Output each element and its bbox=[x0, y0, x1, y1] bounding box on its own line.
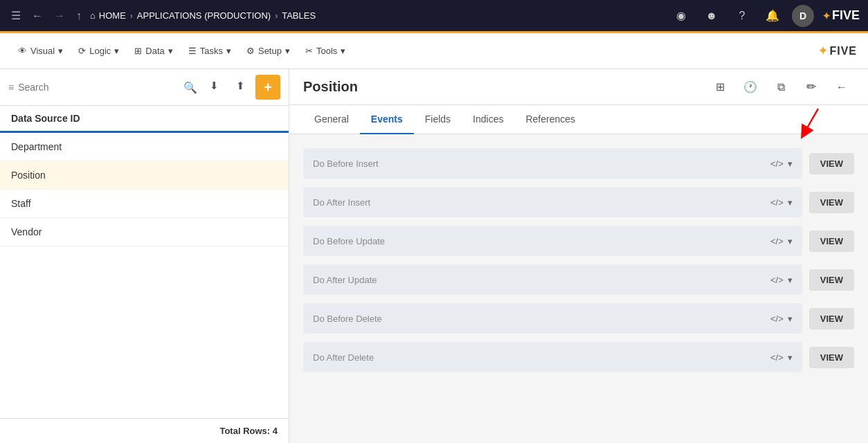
copy-button[interactable]: ⧉ bbox=[768, 75, 793, 100]
top-nav-left: ☰ ← → ↑ ⌂ HOME › APPLICATIONS (PRODUCTIO… bbox=[8, 6, 670, 25]
user-nav-icon[interactable]: ☻ bbox=[700, 5, 723, 27]
setup-menu[interactable]: ⚙ Setup ▾ bbox=[239, 42, 297, 60]
breadcrumb-tables[interactable]: TABLES bbox=[282, 10, 316, 21]
add-button[interactable]: + bbox=[255, 75, 280, 100]
view-button-5[interactable]: VIEW bbox=[809, 347, 854, 368]
code-icon-2[interactable]: </> bbox=[770, 236, 784, 246]
logic-chevron: ▾ bbox=[114, 46, 119, 56]
view-button-2[interactable]: VIEW bbox=[809, 230, 854, 252]
data-menu[interactable]: ⊞ Data ▾ bbox=[127, 42, 179, 60]
setup-chevron: ▾ bbox=[285, 46, 290, 56]
tab-events[interactable]: Events bbox=[360, 105, 414, 134]
event-input-do-after-delete: Do After Delete </> ▾ bbox=[303, 342, 802, 372]
event-row-3: Do After Update </> ▾ VIEW bbox=[303, 264, 854, 295]
code-icon-3[interactable]: </> bbox=[770, 275, 784, 285]
tasks-chevron: ▾ bbox=[226, 46, 231, 56]
five-logo-toolbar: ✦ FIVE bbox=[818, 44, 857, 57]
chevron-icon-3[interactable]: ▾ bbox=[788, 275, 793, 285]
sidebar-item-staff[interactable]: Staff bbox=[0, 190, 289, 218]
page-title: Position bbox=[303, 79, 358, 95]
event-controls-1: </> ▾ bbox=[770, 197, 793, 208]
event-input-do-after-insert: Do After Insert </> ▾ bbox=[303, 187, 802, 217]
view-button-0[interactable]: VIEW bbox=[809, 153, 854, 174]
event-label-3: Do After Update bbox=[313, 275, 377, 285]
chevron-icon-2[interactable]: ▾ bbox=[788, 236, 793, 246]
code-icon-1[interactable]: </> bbox=[770, 197, 784, 208]
grid-icon: ⊞ bbox=[134, 46, 142, 56]
visual-menu[interactable]: 👁 Visual ▾ bbox=[11, 42, 70, 60]
main-toolbar: 👁 Visual ▾ ⟳ Logic ▾ ⊞ Data ▾ ☰ Tasks ▾ … bbox=[0, 33, 868, 69]
tasks-menu[interactable]: ☰ Tasks ▾ bbox=[181, 42, 238, 60]
menu-icon[interactable]: ☰ bbox=[8, 6, 24, 25]
event-controls-3: </> ▾ bbox=[770, 275, 793, 285]
event-row-2: Do Before Update </> ▾ VIEW bbox=[303, 226, 854, 256]
sidebar: ≡ 🔍 ⬇ ⬆ + Data Source ID Department Posi… bbox=[0, 69, 289, 443]
toolbar-group-left: 👁 Visual ▾ ⟳ Logic ▾ ⊞ Data ▾ ☰ Tasks ▾ … bbox=[11, 42, 352, 60]
content-header: Position ⊞ 🕐 ⧉ ✏ ← bbox=[289, 69, 868, 105]
event-input-do-before-update: Do Before Update </> ▾ bbox=[303, 226, 802, 256]
content-area: Position ⊞ 🕐 ⧉ ✏ ← General Events Fields… bbox=[289, 69, 868, 443]
tab-fields[interactable]: Fields bbox=[414, 105, 462, 134]
events-content: Do Before Insert </> ▾ VIEW Do After Ins… bbox=[289, 134, 868, 443]
gear-icon: ⚙ bbox=[246, 46, 255, 56]
edit-button[interactable]: ✏ bbox=[799, 75, 824, 100]
breadcrumb-home[interactable]: ⌂ HOME bbox=[90, 10, 126, 21]
main-layout: ≡ 🔍 ⬇ ⬆ + Data Source ID Department Posi… bbox=[0, 69, 868, 443]
data-chevron: ▾ bbox=[168, 46, 173, 56]
bell-icon[interactable]: 🔔 bbox=[761, 5, 784, 27]
sidebar-item-position[interactable]: Position bbox=[0, 161, 289, 190]
five-logo: ✦ FIVE bbox=[822, 8, 860, 23]
breadcrumb-app[interactable]: APPLICATIONS (PRODUCTION) bbox=[137, 10, 271, 21]
tools-icon: ✂ bbox=[305, 46, 313, 56]
tab-references[interactable]: References bbox=[514, 105, 586, 134]
sidebar-item-department[interactable]: Department bbox=[0, 133, 289, 161]
eye-icon: 👁 bbox=[18, 46, 27, 56]
content-action-buttons: ⊞ 🕐 ⧉ ✏ ← bbox=[707, 75, 854, 100]
event-label-1: Do After Insert bbox=[313, 197, 370, 208]
back-icon[interactable]: ← bbox=[29, 7, 46, 25]
code-icon-4[interactable]: </> bbox=[770, 314, 784, 324]
sidebar-item-vendor[interactable]: Vendor bbox=[0, 218, 289, 246]
event-label-4: Do Before Delete bbox=[313, 314, 382, 324]
upload-icon[interactable]: ⬆ bbox=[229, 75, 251, 97]
tools-menu[interactable]: ✂ Tools ▾ bbox=[298, 42, 352, 60]
top-nav-bar: ☰ ← → ↑ ⌂ HOME › APPLICATIONS (PRODUCTIO… bbox=[0, 0, 868, 33]
help-icon[interactable]: ? bbox=[731, 5, 753, 27]
event-row-4: Do Before Delete </> ▾ VIEW bbox=[303, 303, 854, 334]
search-nav-icon[interactable]: ◉ bbox=[670, 5, 692, 27]
sidebar-footer: Total Rows: 4 bbox=[0, 418, 289, 443]
avatar[interactable]: D bbox=[792, 5, 814, 27]
tab-general[interactable]: General bbox=[303, 105, 360, 134]
chevron-icon-4[interactable]: ▾ bbox=[788, 314, 793, 324]
breadcrumb-sep-1: › bbox=[130, 11, 133, 21]
event-row-1: Do After Insert </> ▾ VIEW bbox=[303, 187, 854, 217]
grid-view-button[interactable]: ⊞ bbox=[707, 75, 732, 100]
search-input[interactable] bbox=[18, 82, 179, 93]
logo-star: ✦ bbox=[822, 10, 831, 21]
download-icon[interactable]: ⬇ bbox=[203, 75, 225, 97]
tab-indices[interactable]: Indices bbox=[462, 105, 514, 134]
forward-icon[interactable]: → bbox=[51, 7, 68, 25]
logic-menu[interactable]: ⟳ Logic ▾ bbox=[71, 42, 126, 60]
event-input-do-before-delete: Do Before Delete </> ▾ bbox=[303, 303, 802, 334]
chevron-icon-5[interactable]: ▾ bbox=[788, 352, 793, 363]
event-label-5: Do After Delete bbox=[313, 352, 374, 363]
search-icon[interactable]: 🔍 bbox=[183, 81, 197, 94]
view-button-1[interactable]: VIEW bbox=[809, 192, 854, 213]
sidebar-action-buttons: ⬇ ⬆ + bbox=[203, 75, 280, 100]
view-button-3[interactable]: VIEW bbox=[809, 269, 854, 291]
view-button-4[interactable]: VIEW bbox=[809, 308, 854, 329]
tasks-icon: ☰ bbox=[188, 46, 197, 56]
event-controls-0: </> ▾ bbox=[770, 159, 793, 169]
chevron-icon-0[interactable]: ▾ bbox=[788, 159, 793, 169]
home-icon: ⌂ bbox=[90, 10, 96, 21]
event-label-0: Do Before Insert bbox=[313, 159, 379, 169]
up-icon[interactable]: ↑ bbox=[73, 7, 84, 25]
code-icon-0[interactable]: </> bbox=[770, 159, 784, 169]
event-label-2: Do Before Update bbox=[313, 236, 385, 246]
chevron-icon-1[interactable]: ▾ bbox=[788, 197, 793, 208]
sidebar-list: Department Position Staff Vendor bbox=[0, 133, 289, 418]
code-icon-5[interactable]: </> bbox=[770, 352, 784, 363]
history-button[interactable]: 🕐 bbox=[738, 75, 763, 100]
back-button[interactable]: ← bbox=[829, 75, 854, 100]
